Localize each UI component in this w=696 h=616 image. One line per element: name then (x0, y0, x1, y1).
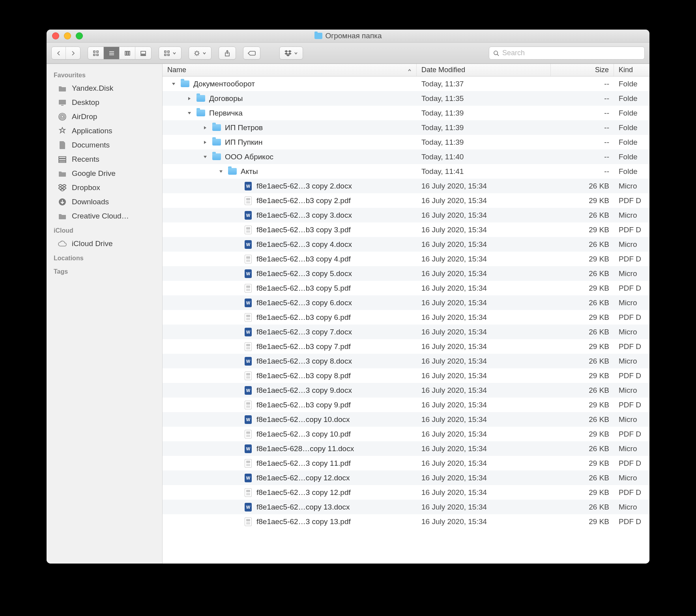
file-row[interactable]: f8e1aec5-62…3 copy 6.docx16 July 2020, 1… (163, 295, 649, 310)
column-date[interactable]: Date Modified (417, 64, 551, 76)
sidebar-item[interactable]: Recents (47, 152, 162, 166)
icon-view-button[interactable] (88, 47, 104, 59)
file-row[interactable]: f8e1aec5-62…b3 copy 8.pdf16 July 2020, 1… (163, 368, 649, 383)
finder-window: Огромная папка (47, 30, 649, 564)
file-row[interactable]: ИП ПупкинToday, 11:39--Folde (163, 135, 649, 149)
file-row[interactable]: f8e1aec5-62…3 copy 4.docx16 July 2020, 1… (163, 237, 649, 252)
file-kind: PDF D (614, 284, 649, 293)
column-kind[interactable]: Kind (614, 64, 649, 76)
disclosure-triangle[interactable] (186, 95, 193, 102)
file-kind: Folde (614, 123, 649, 132)
sidebar-item[interactable]: iCloud Drive (47, 237, 162, 251)
svg-rect-3 (97, 54, 98, 56)
sidebar-item[interactable]: AirDrop (47, 110, 162, 124)
dropbox-icon (58, 184, 67, 192)
pdf-doc-icon (244, 459, 253, 468)
svg-rect-0 (94, 51, 95, 52)
sidebar-item[interactable]: Dropbox (47, 181, 162, 195)
file-row[interactable]: f8e1aec5-628…copy 11.docx16 July 2020, 1… (163, 441, 649, 456)
file-row[interactable]: f8e1aec5-62…3 copy 7.docx16 July 2020, 1… (163, 325, 649, 339)
file-row[interactable]: f8e1aec5-62…b3 copy 2.pdf16 July 2020, 1… (163, 193, 649, 208)
file-row[interactable]: f8e1aec5-62…3 copy 12.pdf16 July 2020, 1… (163, 485, 649, 500)
titlebar[interactable]: Огромная папка (47, 30, 649, 43)
file-kind: Folde (614, 80, 649, 88)
file-date: Today, 11:35 (417, 94, 551, 103)
file-row[interactable]: f8e1aec5-62…b3 copy 9.pdf16 July 2020, 1… (163, 398, 649, 412)
file-row[interactable]: f8e1aec5-62…copy 10.docx16 July 2020, 15… (163, 412, 649, 427)
column-size[interactable]: Size (551, 64, 614, 76)
file-row[interactable]: f8e1aec5-62…3 copy 2.docx16 July 2020, 1… (163, 179, 649, 193)
tags-button[interactable] (243, 47, 260, 60)
disclosure-triangle[interactable] (186, 110, 193, 116)
file-row[interactable]: f8e1aec5-62…3 copy 3.docx16 July 2020, 1… (163, 208, 649, 222)
file-row[interactable]: ДокументооборотToday, 11:37--Folde (163, 77, 649, 91)
downloads-icon (58, 198, 67, 206)
sidebar-item[interactable]: Google Drive (47, 166, 162, 181)
file-kind: PDF D (614, 488, 649, 497)
sidebar-item[interactable]: Desktop (47, 95, 162, 110)
file-row[interactable]: АктыToday, 11:41--Folde (163, 164, 649, 179)
disclosure-triangle[interactable] (218, 168, 224, 175)
disclosure-triangle (234, 446, 240, 452)
group-by-button[interactable] (159, 47, 181, 60)
svg-rect-17 (168, 54, 169, 56)
file-date: Today, 11:39 (417, 123, 551, 132)
file-row[interactable]: f8e1aec5-62…3 copy 13.pdf16 July 2020, 1… (163, 514, 649, 529)
file-size: 26 KB (551, 386, 614, 395)
file-size: 29 KB (551, 517, 614, 526)
svg-rect-14 (165, 51, 166, 52)
word-doc-icon (244, 240, 253, 249)
sidebar-item[interactable]: Creative Cloud… (47, 209, 162, 223)
search-field[interactable] (489, 47, 645, 60)
file-row[interactable]: f8e1aec5-62…3 copy 9.docx16 July 2020, 1… (163, 383, 649, 398)
share-button[interactable] (219, 47, 236, 60)
list-view-button[interactable] (104, 47, 120, 59)
file-size: 26 KB (551, 269, 614, 278)
file-size: 29 KB (551, 459, 614, 468)
sidebar-item[interactable]: Applications (47, 124, 162, 138)
sort-ascending-icon (408, 66, 412, 74)
sidebar-item[interactable]: Downloads (47, 195, 162, 209)
file-name: f8e1aec5-62…3 copy 5.docx (256, 269, 352, 278)
disclosure-triangle[interactable] (202, 154, 208, 160)
dropbox-menu-button[interactable] (279, 47, 303, 60)
svg-rect-2 (94, 54, 95, 56)
file-row[interactable]: f8e1aec5-62…copy 13.docx16 July 2020, 15… (163, 500, 649, 514)
disclosure-triangle (234, 271, 240, 277)
file-row[interactable]: ДоговорыToday, 11:35--Folde (163, 91, 649, 106)
back-button[interactable] (52, 47, 66, 59)
disclosure-triangle[interactable] (170, 81, 177, 87)
file-row[interactable]: ПервичкаToday, 11:39--Folde (163, 106, 649, 120)
sidebar-item[interactable]: Yandex.Disk (47, 81, 162, 95)
file-row[interactable]: f8e1aec5-62…3 copy 8.docx16 July 2020, 1… (163, 354, 649, 368)
minimize-window-button[interactable] (64, 32, 71, 39)
svg-marker-55 (204, 156, 207, 158)
action-menu-button[interactable] (189, 47, 211, 60)
file-row[interactable]: f8e1aec5-62…3 copy 5.docx16 July 2020, 1… (163, 266, 649, 281)
disclosure-triangle[interactable] (202, 139, 208, 146)
file-row[interactable]: ИП ПетровToday, 11:39--Folde (163, 120, 649, 135)
file-row[interactable]: f8e1aec5-62…b3 copy 5.pdf16 July 2020, 1… (163, 281, 649, 295)
file-row[interactable]: f8e1aec5-62…3 copy 10.pdf16 July 2020, 1… (163, 427, 649, 441)
file-name: f8e1aec5-62…3 copy 13.pdf (256, 517, 351, 526)
file-name: Акты (241, 167, 258, 176)
close-window-button[interactable] (52, 32, 59, 39)
gallery-view-button[interactable] (135, 47, 151, 59)
file-row[interactable]: f8e1aec5-62…3 copy 11.pdf16 July 2020, 1… (163, 456, 649, 470)
search-input[interactable] (502, 49, 640, 57)
file-rows[interactable]: ДокументооборотToday, 11:37--FoldeДогово… (163, 77, 649, 564)
file-row[interactable]: f8e1aec5-62…b3 copy 7.pdf16 July 2020, 1… (163, 339, 649, 354)
file-kind: Micro (614, 357, 649, 366)
file-date: Today, 11:41 (417, 167, 551, 176)
column-name[interactable]: Name (163, 64, 417, 76)
file-row[interactable]: f8e1aec5-62…b3 copy 6.pdf16 July 2020, 1… (163, 310, 649, 325)
file-row[interactable]: ООО АбрикосToday, 11:40--Folde (163, 149, 649, 164)
disclosure-triangle[interactable] (202, 125, 208, 131)
file-row[interactable]: f8e1aec5-62…b3 copy 3.pdf16 July 2020, 1… (163, 222, 649, 237)
column-view-button[interactable] (120, 47, 135, 59)
forward-button[interactable] (66, 47, 80, 59)
sidebar-item[interactable]: Documents (47, 138, 162, 152)
zoom-window-button[interactable] (76, 32, 83, 39)
file-row[interactable]: f8e1aec5-62…copy 12.docx16 July 2020, 15… (163, 470, 649, 485)
file-row[interactable]: f8e1aec5-62…b3 copy 4.pdf16 July 2020, 1… (163, 252, 649, 266)
